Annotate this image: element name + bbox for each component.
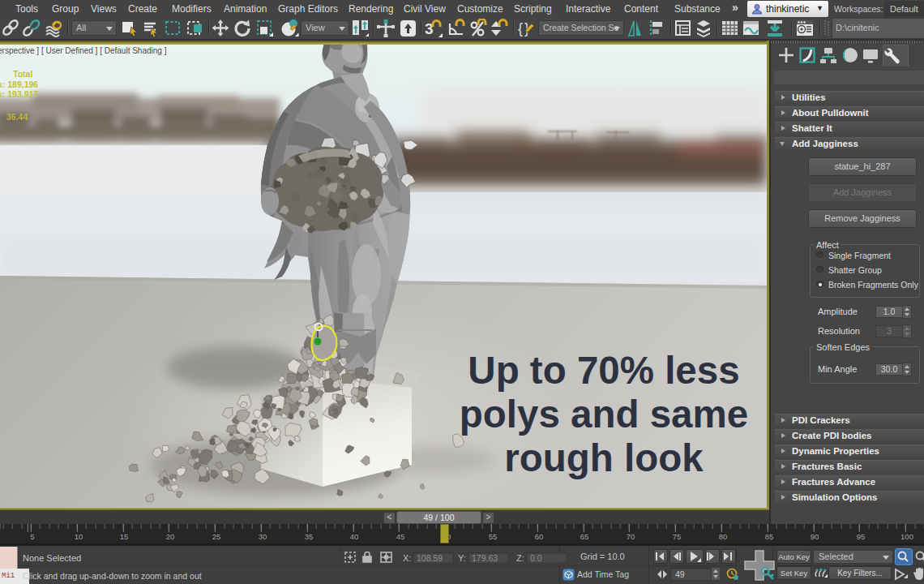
svg-text:{: {: [518, 20, 523, 36]
